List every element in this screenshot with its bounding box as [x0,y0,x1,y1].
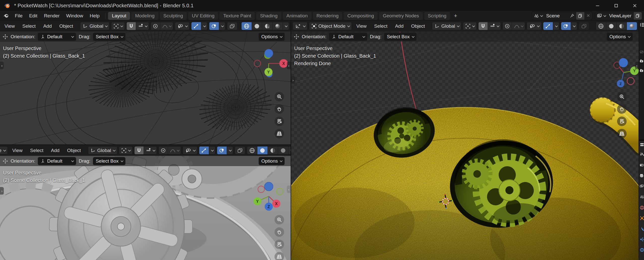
pivot-point-dropdown[interactable] [119,146,133,155]
toolbar-expand-tab[interactable]: › [291,76,295,84]
show-object-types-dropdown[interactable] [183,146,197,155]
object-properties-tab-icon[interactable] [640,216,644,220]
options-dropdown[interactable]: Options [259,33,285,41]
proportional-falloff-dropdown[interactable] [168,146,181,154]
menu-select[interactable]: Select [27,148,47,153]
add-workspace-button[interactable]: + [451,12,460,20]
new-viewlayer-button[interactable] [633,12,642,20]
axis-x-neg-ball[interactable] [258,186,264,193]
shading-wireframe-button[interactable] [596,22,606,30]
axis-y-neg-ball[interactable] [627,78,634,85]
options-dropdown[interactable]: Options [607,33,633,41]
pan-button[interactable] [275,227,284,237]
modifier-properties-tab-icon[interactable] [640,227,644,231]
options-dropdown[interactable]: Options [259,157,285,165]
proportional-falloff-dropdown[interactable] [160,22,173,30]
blender-menu-icon[interactable] [4,14,10,18]
camera-view-button[interactable] [275,240,284,249]
transform-orientation-dropdown[interactable]: Global [88,146,117,155]
proportional-edit-toggle[interactable] [151,22,160,30]
menu-add[interactable]: Add [40,23,55,29]
pivot-point-dropdown[interactable] [463,22,477,30]
mode-dropdown[interactable]: Object Mode [309,22,352,30]
minimize-button[interactable] [588,0,607,11]
gizmo-dropdown[interactable] [209,146,215,154]
zoom-button[interactable] [275,215,284,225]
tab-scripting[interactable]: Scripting [424,12,450,20]
zoom-button[interactable] [275,92,284,101]
scene-properties-tab-icon[interactable] [640,195,644,199]
pan-button[interactable] [275,104,284,114]
tab-uv-editing[interactable]: UV Editing [188,12,218,20]
snap-target-dropdown[interactable] [136,22,149,30]
menu-object[interactable]: Object [64,148,84,153]
xray-toggle[interactable] [579,22,589,30]
show-overlays-toggle[interactable] [209,22,219,30]
navigation-gizmo[interactable]: Y Z X [251,171,288,212]
menu-edit[interactable]: Edit [26,12,41,20]
tool-orientation-dropdown[interactable]: Default [38,157,76,165]
shading-rendered-button[interactable] [278,146,288,154]
render-properties-tab-icon[interactable] [640,163,644,167]
show-gizmo-toggle[interactable] [191,22,201,30]
toolbar-expand-tab[interactable]: › [0,62,4,69]
mode-dropdown-clipped[interactable]: ode [0,146,8,155]
show-gizmo-toggle[interactable] [199,146,209,154]
viewport-bottom-left-canvas[interactable]: Orientation: Default Drag: Select Box [0,156,291,260]
overlays-dropdown[interactable] [219,22,225,30]
menu-select[interactable]: Select [19,23,39,29]
snap-target-dropdown[interactable] [488,22,501,30]
gizmo-dropdown[interactable] [201,22,207,30]
zoom-button[interactable] [617,92,627,101]
toolbar-expand-tab[interactable]: › [0,187,4,195]
properties-editor-icon[interactable] [640,142,644,147]
render-visibility-icon-2[interactable] [640,68,644,72]
camera-view-button[interactable] [617,117,627,126]
output-properties-tab-icon[interactable] [640,174,644,178]
scene-name[interactable]: Scene [544,13,568,19]
menu-help[interactable]: Help [86,12,103,20]
menu-object[interactable]: Object [408,23,428,29]
new-scene-button[interactable] [576,12,584,20]
shading-material-button[interactable] [268,146,278,154]
menu-object[interactable]: Object [56,23,76,29]
snap-toggle[interactable] [479,22,488,30]
shading-rendered-button[interactable] [627,22,637,30]
shading-dropdown[interactable] [288,146,291,154]
sidebar-collapse-tab[interactable]: ‹ [287,185,291,193]
tab-layout[interactable]: Layout [108,12,130,20]
axis-z-neg-ball[interactable] [264,182,273,191]
render-visibility-icon[interactable] [640,59,644,63]
transform-orientation-dropdown[interactable]: Global [80,22,110,30]
menu-window[interactable]: Window [63,12,87,20]
shading-solid-button[interactable] [252,22,262,30]
pan-button[interactable] [617,104,627,114]
camera-view-button[interactable] [275,117,284,126]
axis-z-ball[interactable] [264,49,273,58]
sidebar-collapse-tab[interactable]: ‹ [287,62,291,69]
shading-solid-button[interactable] [257,146,267,154]
viewlayer-properties-tab-icon[interactable] [640,184,644,188]
show-object-types-dropdown[interactable] [175,22,190,30]
viewlayer-name[interactable]: ViewLayer [607,13,633,19]
menu-file[interactable]: File [12,12,26,20]
restrict-render-off-icon[interactable] [640,50,644,54]
outliner-icon[interactable] [640,23,644,27]
shading-rendered-button[interactable] [273,22,283,30]
transform-orientation-dropdown[interactable]: Global [432,22,461,30]
tab-shading[interactable]: Shading [256,12,281,20]
tab-modeling[interactable]: Modeling [131,12,158,20]
menu-add[interactable]: Add [48,148,62,153]
show-object-types-dropdown[interactable] [527,22,541,30]
axis-y-neg-ball[interactable] [277,188,283,195]
tool-drag-dropdown[interactable]: Select Box [384,33,417,41]
axis-z-neg-ball[interactable] [619,58,628,67]
ortho-toggle-button[interactable] [275,129,284,138]
tab-texture-paint[interactable]: Texture Paint [219,12,255,20]
tool-orientation-dropdown[interactable]: Default [38,33,76,41]
tab-geometry-nodes[interactable]: Geometry Nodes [379,12,423,20]
tab-rendering[interactable]: Rendering [313,12,343,20]
gizmo-dropdown[interactable] [553,22,559,30]
shading-dropdown[interactable] [283,22,289,30]
snap-toggle[interactable] [134,146,144,154]
